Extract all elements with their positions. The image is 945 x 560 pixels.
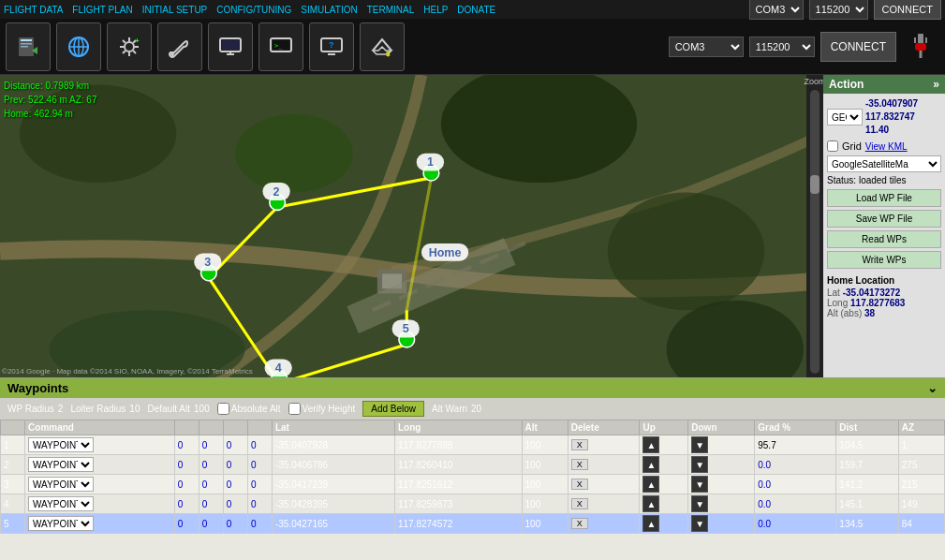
svg-text:1: 1 (427, 155, 434, 169)
cmd-select[interactable]: WAYPOINT (28, 457, 94, 472)
nav-help[interactable]: HELP (423, 5, 448, 15)
nav-donate[interactable]: DONATE (457, 5, 495, 15)
com-port-select[interactable]: COM3 (749, 0, 804, 20)
delete-button[interactable]: X (571, 518, 588, 529)
cell-up[interactable]: ▲ (640, 455, 688, 475)
panel-expand-button[interactable]: » (933, 78, 939, 91)
delete-button[interactable]: X (571, 479, 588, 490)
cell-up[interactable]: ▲ (640, 514, 688, 534)
down-button[interactable]: ▼ (691, 495, 708, 512)
grid-label: Grid (842, 140, 862, 152)
up-button[interactable]: ▲ (642, 495, 659, 512)
nav-simulation[interactable]: SIMULATION (301, 5, 357, 15)
cell-down[interactable]: ▼ (688, 475, 755, 494)
up-button[interactable]: ▲ (642, 436, 659, 453)
status-text: Status: loaded tiles (827, 175, 941, 185)
delete-button[interactable]: X (571, 459, 588, 470)
cell-del[interactable]: X (568, 455, 640, 475)
initial-setup-button[interactable]: + (107, 22, 152, 71)
cell-del[interactable]: X (568, 475, 640, 494)
up-button[interactable]: ▲ (642, 515, 659, 532)
nav-flight-data[interactable]: FLIGHT DATA (4, 5, 63, 15)
col-delete: Delete (568, 420, 640, 435)
cell-up[interactable]: ▲ (640, 435, 688, 455)
connect-button[interactable]: CONNECT (874, 0, 941, 20)
read-wps-button[interactable]: Read WPs (827, 230, 941, 248)
cell-down[interactable]: ▼ (688, 435, 755, 455)
view-kml-link[interactable]: View KML (865, 141, 908, 152)
config-button[interactable] (157, 22, 202, 71)
cell-grad: 0.0 (755, 514, 836, 534)
up-button[interactable]: ▲ (642, 476, 659, 493)
cmd-select[interactable]: WAYPOINT (28, 437, 94, 452)
down-button[interactable]: ▼ (691, 515, 708, 532)
write-wps-button[interactable]: Write WPs (827, 251, 941, 269)
map-container[interactable]: 1 2 3 4 5 Home Distance: 0.7989 km Prev: (0, 75, 823, 377)
home-alt-label: Alt (abs) (827, 308, 862, 318)
cell-del[interactable]: X (568, 494, 640, 514)
cell-down[interactable]: ▼ (688, 455, 755, 475)
cmd-select[interactable]: WAYPOINT (28, 477, 94, 492)
delete-button[interactable]: X (571, 439, 588, 450)
baud-rate-select[interactable]: 115200 (809, 0, 868, 20)
toolbar-com-select[interactable]: COM3 (669, 37, 744, 57)
table-row: 1 WAYPOINT 0 0 0 0 -35.0407928 117.82778… (1, 435, 945, 455)
save-wp-file-button[interactable]: Save WP File (827, 210, 941, 228)
zoom-track[interactable] (810, 90, 819, 374)
cell-up[interactable]: ▲ (640, 494, 688, 514)
cmd-select[interactable]: WAYPOINT (28, 516, 94, 531)
cell-cmd[interactable]: WAYPOINT (25, 494, 175, 514)
add-below-button[interactable]: Add Below (362, 401, 424, 417)
prev-text: Prev: 522.46 m AZ: 67 (4, 93, 97, 107)
coord-type-select[interactable]: GEO UTM (827, 109, 863, 125)
cell-down[interactable]: ▼ (688, 514, 755, 534)
map-source-select[interactable]: GoogleSatelliteMa GoogleMap BingMap (827, 155, 941, 172)
terminal-button[interactable]: >_ (258, 22, 303, 71)
simulation-button[interactable] (208, 22, 253, 71)
toolbar-connect-button[interactable]: CONNECT (820, 32, 896, 62)
cell-cmd[interactable]: WAYPOINT (25, 514, 175, 534)
down-button[interactable]: ▼ (691, 436, 708, 453)
svg-text:5: 5 (403, 322, 409, 335)
default-alt-value: 100 (194, 404, 210, 414)
up-button[interactable]: ▲ (642, 456, 659, 473)
absolute-alt-checkbox[interactable] (217, 403, 229, 415)
cell-down[interactable]: ▼ (688, 494, 755, 514)
grid-row: Grid View KML (827, 140, 941, 152)
nav-initial-setup[interactable]: INITIAL SETUP (142, 5, 208, 15)
nav-flight-plan[interactable]: FLIGHT PLAN (72, 5, 132, 15)
grid-checkbox[interactable] (827, 140, 838, 152)
down-button[interactable]: ▼ (691, 456, 708, 473)
loiter-radius-control: Loiter Radius 10 (70, 404, 140, 414)
cell-p3: 0 (223, 494, 247, 514)
toolbar-baud-select[interactable]: 115200 (749, 37, 815, 57)
cell-cmd[interactable]: WAYPOINT (25, 475, 175, 494)
load-wp-file-button[interactable]: Load WP File (827, 189, 941, 207)
cell-az: 1 (898, 435, 944, 455)
cell-del[interactable]: X (568, 514, 640, 534)
table-row: 3 WAYPOINT 0 0 0 0 -35.0417239 117.82516… (1, 475, 945, 494)
cell-cmd[interactable]: WAYPOINT (25, 435, 175, 455)
delete-button[interactable]: X (571, 498, 588, 509)
nav-config-tuning[interactable]: CONFIG/TUNING (216, 5, 291, 15)
cell-dist: 145.1 (836, 494, 898, 514)
nav-terminal[interactable]: TERMINAL (367, 5, 415, 15)
alt-warn-value: 20 (471, 404, 481, 414)
svg-text:Home: Home (429, 246, 462, 259)
cell-cmd[interactable]: WAYPOINT (25, 455, 175, 475)
cell-up[interactable]: ▲ (640, 475, 688, 494)
cell-az: 149 (898, 494, 944, 514)
down-button[interactable]: ▼ (691, 476, 708, 493)
cmd-select[interactable]: WAYPOINT (28, 496, 94, 511)
cell-del[interactable]: X (568, 435, 640, 455)
flight-data-button[interactable] (6, 22, 51, 71)
wp-radius-control: WP Radius 2 (7, 404, 63, 414)
flight-plan-button[interactable] (56, 22, 101, 71)
cell-p1: 0 (174, 455, 199, 475)
help-button[interactable]: ? (309, 22, 354, 71)
verify-height-checkbox[interactable] (288, 403, 301, 415)
donate-button[interactable]: $ (360, 22, 405, 71)
cell-p1: 0 (174, 514, 199, 534)
waypoints-expand[interactable]: ⌄ (927, 381, 938, 395)
svg-text:4: 4 (275, 361, 282, 375)
